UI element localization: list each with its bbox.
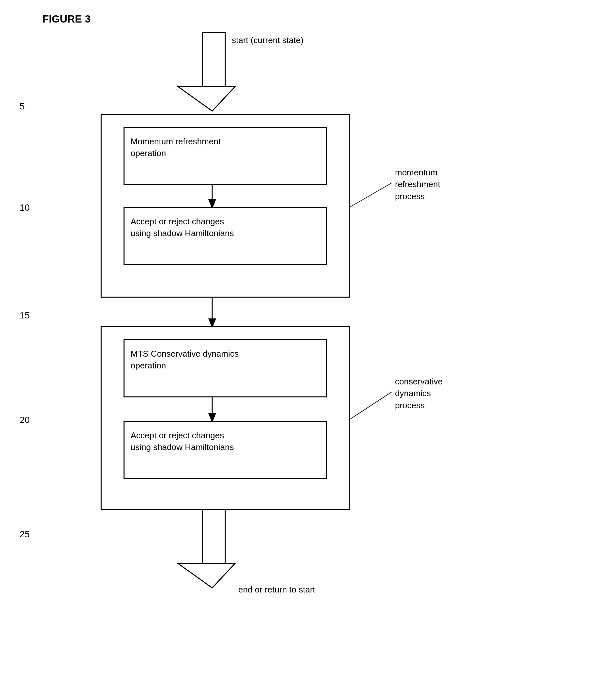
momentum-process-label: momentumrefreshmentprocess [395,167,440,202]
svg-rect-13 [202,510,225,563]
start-label: start (current state) [232,34,303,46]
flowchart-diagram [0,0,616,680]
svg-line-15 [349,183,392,207]
svg-marker-14 [178,563,235,588]
svg-marker-3 [178,87,235,111]
conservative-process-label: conservativedynamicsprocess [395,376,443,411]
accept-reject-1-label: Accept or reject changesusing shadow Ham… [130,216,320,239]
mts-op-label: MTS Conservative dynamicsoperation [130,348,320,372]
svg-rect-2 [202,33,225,87]
end-label: end or return to start [238,585,315,595]
svg-line-16 [349,392,392,420]
momentum-op-label: Momentum refreshmentoperation [130,136,320,160]
accept-reject-2-label: Accept or reject changesusing shadow Ham… [130,429,320,453]
